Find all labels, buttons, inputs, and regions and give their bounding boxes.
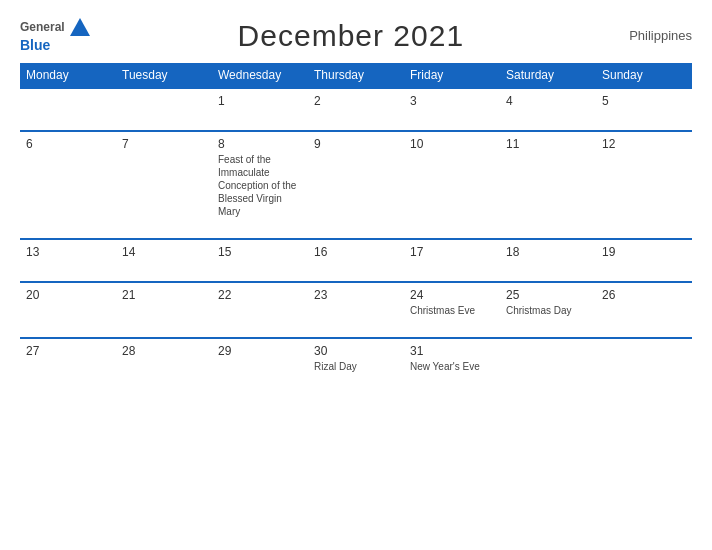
header-monday: Monday — [20, 63, 116, 88]
country-label: Philippines — [612, 28, 692, 43]
day-number: 14 — [122, 245, 206, 259]
calendar-cell: 2 — [308, 88, 404, 131]
calendar-cell: 31New Year's Eve — [404, 338, 500, 383]
day-number: 24 — [410, 288, 494, 302]
day-number: 17 — [410, 245, 494, 259]
day-number: 12 — [602, 137, 686, 151]
day-number: 8 — [218, 137, 302, 151]
header-wednesday: Wednesday — [212, 63, 308, 88]
header-thursday: Thursday — [308, 63, 404, 88]
day-number: 16 — [314, 245, 398, 259]
calendar-cell: 6 — [20, 131, 116, 239]
day-number: 15 — [218, 245, 302, 259]
day-number: 18 — [506, 245, 590, 259]
event-label: Christmas Day — [506, 304, 590, 317]
day-number: 29 — [218, 344, 302, 358]
event-label: Christmas Eve — [410, 304, 494, 317]
calendar-cell — [500, 338, 596, 383]
calendar-cell: 30Rizal Day — [308, 338, 404, 383]
calendar-cell: 26 — [596, 282, 692, 338]
calendar-cell: 7 — [116, 131, 212, 239]
logo-triangle-icon — [70, 18, 90, 36]
calendar-cell: 23 — [308, 282, 404, 338]
calendar-cell: 1 — [212, 88, 308, 131]
calendar-cell: 8Feast of the Immaculate Conception of t… — [212, 131, 308, 239]
calendar-cell: 19 — [596, 239, 692, 282]
day-number: 28 — [122, 344, 206, 358]
calendar-cell — [596, 338, 692, 383]
weekday-header-row: Monday Tuesday Wednesday Thursday Friday… — [20, 63, 692, 88]
calendar-cell: 11 — [500, 131, 596, 239]
day-number: 21 — [122, 288, 206, 302]
logo-general-text: General — [20, 21, 65, 34]
event-label: Rizal Day — [314, 360, 398, 373]
day-number: 30 — [314, 344, 398, 358]
day-number: 4 — [506, 94, 590, 108]
day-number: 6 — [26, 137, 110, 151]
day-number: 3 — [410, 94, 494, 108]
calendar-week-row: 678Feast of the Immaculate Conception of… — [20, 131, 692, 239]
day-number: 2 — [314, 94, 398, 108]
calendar-cell: 3 — [404, 88, 500, 131]
day-number: 9 — [314, 137, 398, 151]
day-number: 27 — [26, 344, 110, 358]
event-label: Feast of the Immaculate Conception of th… — [218, 153, 302, 218]
day-number: 20 — [26, 288, 110, 302]
header-sunday: Sunday — [596, 63, 692, 88]
day-number: 10 — [410, 137, 494, 151]
calendar-cell: 5 — [596, 88, 692, 131]
calendar-week-row: 27282930Rizal Day31New Year's Eve — [20, 338, 692, 383]
calendar-week-row: 2021222324Christmas Eve25Christmas Day26 — [20, 282, 692, 338]
header-saturday: Saturday — [500, 63, 596, 88]
day-number: 23 — [314, 288, 398, 302]
month-title: December 2021 — [90, 19, 612, 53]
day-number: 13 — [26, 245, 110, 259]
calendar-cell: 18 — [500, 239, 596, 282]
calendar-week-row: 13141516171819 — [20, 239, 692, 282]
calendar-cell: 14 — [116, 239, 212, 282]
day-number: 22 — [218, 288, 302, 302]
day-number: 11 — [506, 137, 590, 151]
calendar-cell: 15 — [212, 239, 308, 282]
header-tuesday: Tuesday — [116, 63, 212, 88]
calendar-cell: 17 — [404, 239, 500, 282]
day-number: 5 — [602, 94, 686, 108]
calendar-cell: 12 — [596, 131, 692, 239]
calendar-cell: 24Christmas Eve — [404, 282, 500, 338]
calendar-cell: 21 — [116, 282, 212, 338]
event-label: New Year's Eve — [410, 360, 494, 373]
calendar-cell: 22 — [212, 282, 308, 338]
day-number: 31 — [410, 344, 494, 358]
calendar-cell: 16 — [308, 239, 404, 282]
calendar-cell: 9 — [308, 131, 404, 239]
day-number: 1 — [218, 94, 302, 108]
calendar-cell: 20 — [20, 282, 116, 338]
logo: General Blue — [20, 18, 90, 53]
header: General Blue December 2021 Philippines — [20, 18, 692, 53]
calendar-cell — [20, 88, 116, 131]
calendar-cell: 29 — [212, 338, 308, 383]
calendar-cell — [116, 88, 212, 131]
logo-blue-text: Blue — [20, 38, 90, 53]
calendar-table: Monday Tuesday Wednesday Thursday Friday… — [20, 63, 692, 383]
day-number: 25 — [506, 288, 590, 302]
calendar-cell: 27 — [20, 338, 116, 383]
day-number: 26 — [602, 288, 686, 302]
calendar-cell: 10 — [404, 131, 500, 239]
day-number: 19 — [602, 245, 686, 259]
header-friday: Friday — [404, 63, 500, 88]
calendar-cell: 28 — [116, 338, 212, 383]
calendar-week-row: 12345 — [20, 88, 692, 131]
calendar-cell: 4 — [500, 88, 596, 131]
calendar-page: General Blue December 2021 Philippines M… — [0, 0, 712, 550]
calendar-cell: 13 — [20, 239, 116, 282]
calendar-cell: 25Christmas Day — [500, 282, 596, 338]
day-number: 7 — [122, 137, 206, 151]
